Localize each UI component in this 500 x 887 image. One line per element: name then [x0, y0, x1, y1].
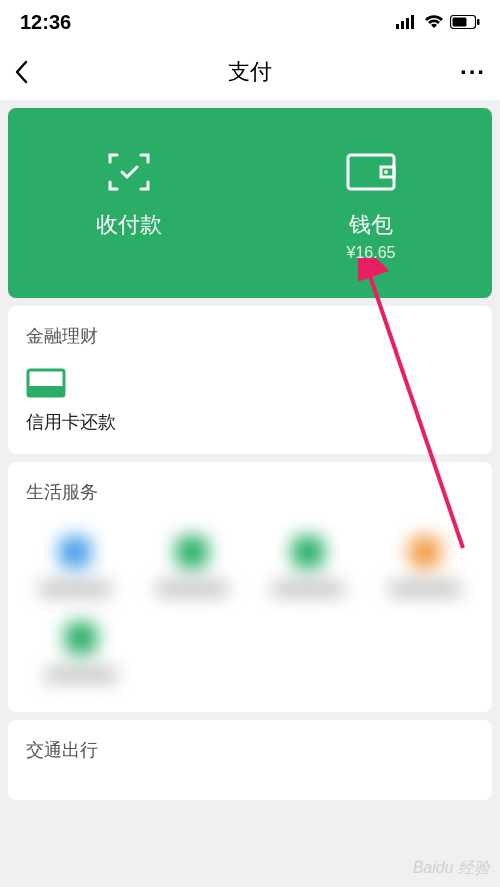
life-services-section: 生活服务	[8, 462, 492, 712]
svg-point-8	[384, 170, 388, 174]
svg-rect-6	[477, 19, 480, 25]
more-button[interactable]: ···	[446, 58, 486, 86]
svg-rect-5	[453, 18, 467, 27]
status-time: 12:36	[20, 11, 71, 34]
nav-bar: 支付 ···	[0, 44, 500, 100]
page-title: 支付	[54, 57, 446, 87]
wallet-icon	[345, 148, 397, 196]
signal-icon	[396, 15, 418, 29]
payment-card: 收付款 钱包 ¥16.65	[8, 108, 492, 298]
wallet-button[interactable]: 钱包 ¥16.65	[250, 148, 492, 262]
credit-card-icon	[26, 366, 66, 400]
back-icon	[14, 60, 28, 84]
finance-section: 金融理财 信用卡还款	[8, 306, 492, 454]
battery-icon	[450, 15, 480, 29]
back-button[interactable]	[14, 60, 54, 84]
credit-card-repay-button[interactable]: 信用卡还款	[26, 366, 116, 434]
wallet-label: 钱包	[349, 210, 393, 240]
svg-rect-2	[406, 18, 409, 29]
svg-rect-3	[411, 15, 414, 29]
blurred-row-1	[26, 522, 474, 616]
pay-receive-label: 收付款	[96, 210, 162, 240]
pay-receive-button[interactable]: 收付款	[8, 148, 250, 262]
qr-scan-icon	[105, 148, 153, 196]
credit-card-repay-label: 信用卡还款	[26, 410, 116, 434]
status-indicators	[396, 15, 480, 29]
wallet-balance: ¥16.65	[347, 244, 396, 262]
finance-title: 金融理财	[26, 324, 474, 348]
status-bar: 12:36	[0, 0, 500, 44]
svg-rect-10	[28, 386, 64, 396]
life-services-title: 生活服务	[26, 480, 474, 504]
wifi-icon	[424, 15, 444, 29]
svg-rect-0	[396, 24, 399, 29]
transport-section: 交通出行	[8, 720, 492, 800]
watermark: Baidu 经验	[413, 858, 490, 879]
transport-title: 交通出行	[26, 738, 474, 762]
blurred-row-2	[26, 616, 474, 702]
svg-rect-1	[401, 21, 404, 29]
